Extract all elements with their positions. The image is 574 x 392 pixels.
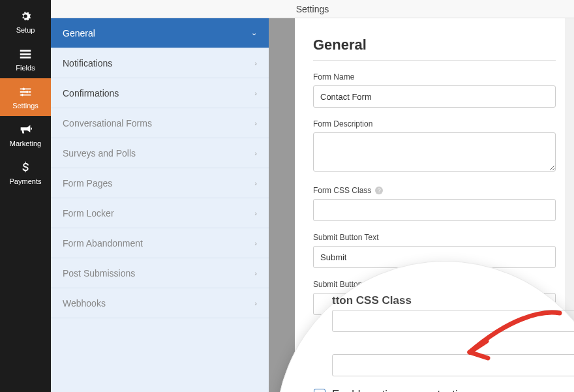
submit-text-label: Submit Button Text [313,233,556,242]
rail-item-fields[interactable]: Fields [0,40,51,78]
submit-processing-input[interactable] [313,293,556,315]
settings-nav-label: Webhooks [63,298,106,309]
page-header: Settings [51,0,574,18]
chevron-right-icon: › [254,299,257,307]
rail-label-settings: Settings [12,102,38,110]
rail-item-settings[interactable]: Settings [0,78,51,116]
help-icon[interactable]: ? [375,187,383,194]
form-css-class-input[interactable] [313,199,556,221]
rail-item-marketing[interactable]: Marketing [0,116,51,154]
chevron-down-icon: ⌄ [251,29,257,37]
settings-nav-label: Post Submissions [63,268,135,279]
settings-nav-postsubmissions[interactable]: Post Submissions › [51,258,269,288]
form-description-label: Form Description [313,119,556,128]
bullhorn-icon [18,123,33,137]
rail-label-marketing: Marketing [10,140,41,147]
settings-nav-label: Conversational Forms [63,118,152,128]
settings-nav-confirmations[interactable]: Confirmations › [51,78,269,108]
svg-point-2 [22,94,24,97]
chevron-right-icon: › [254,89,257,97]
rail-label-payments: Payments [10,177,42,185]
settings-nav-label: Form Abandonment [63,238,143,249]
svg-point-0 [22,88,25,91]
page-title: Settings [296,4,329,14]
settings-panel: General Form Name Form Description Form … [295,18,574,392]
chevron-right-icon: › [254,179,257,187]
chevron-right-icon: › [254,209,257,217]
form-css-class-label: Form CSS Class ? [313,186,556,195]
settings-nav-surveys[interactable]: Surveys and Polls › [51,138,269,168]
submit-processing-label: Submit Button Processing Text ? [313,280,556,289]
settings-nav-label: Surveys and Polls [63,148,136,158]
rail-label-setup: Setup [16,26,35,34]
settings-nav-label: General [63,28,95,38]
settings-nav-webhooks[interactable]: Webhooks › [51,288,269,318]
settings-nav-notifications[interactable]: Notifications › [51,48,269,78]
right-edge-strip [565,18,574,392]
settings-sidebar: General ⌄ Notifications › Confirmations … [51,18,269,392]
rail-item-payments[interactable]: Payments [0,154,51,192]
submit-text-input[interactable] [313,246,556,268]
left-rail: Setup Fields Settings Marketing Payments [0,0,51,392]
panel-divider [313,60,556,61]
settings-nav-formlocker[interactable]: Form Locker › [51,198,269,228]
list-icon [18,47,33,61]
settings-nav-label: Confirmations [63,88,119,98]
sliders-icon [18,85,33,99]
chevron-right-icon: › [254,239,257,247]
settings-nav-general[interactable]: General ⌄ [51,18,269,48]
rail-item-setup[interactable]: Setup [0,3,51,40]
form-name-label: Form Name [313,72,556,82]
chevron-right-icon: › [254,119,257,127]
settings-nav-conversational[interactable]: Conversational Forms › [51,108,269,138]
gear-icon [18,9,33,23]
settings-nav-abandonment[interactable]: Form Abandonment › [51,228,269,258]
help-icon[interactable]: ? [423,280,431,288]
settings-nav-label: Notifications [63,58,112,68]
chevron-right-icon: › [254,59,257,67]
dollar-icon [18,160,33,175]
panel-heading: General [313,37,556,53]
svg-point-1 [26,91,29,93]
settings-nav-label: Form Pages [63,178,112,188]
chevron-right-icon: › [254,269,257,277]
content-gutter [269,18,295,392]
chevron-right-icon: › [254,149,257,157]
form-description-input[interactable] [313,132,556,172]
rail-label-fields: Fields [16,64,35,72]
settings-nav-label: Form Locker [63,208,114,219]
settings-nav-formpages[interactable]: Form Pages › [51,168,269,198]
form-name-input[interactable] [313,85,556,108]
